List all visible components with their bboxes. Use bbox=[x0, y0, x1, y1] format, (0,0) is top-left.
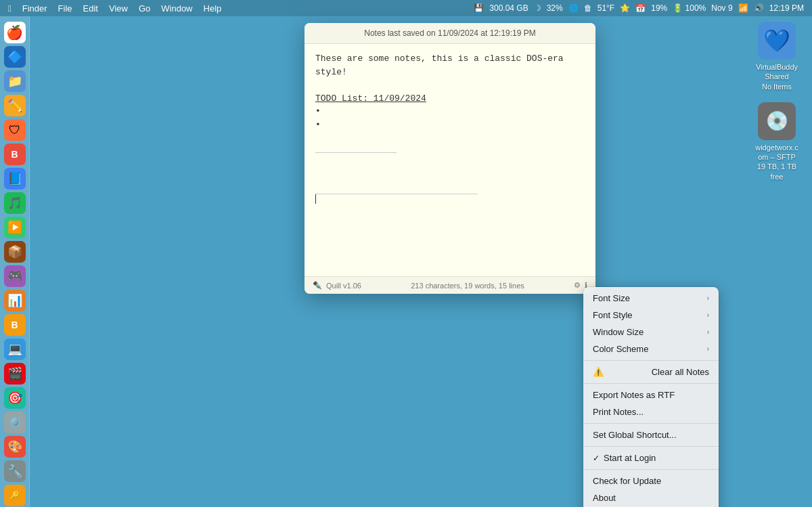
wifi-icon: 📶 bbox=[738, 3, 748, 13]
font-style-label: Font Style bbox=[593, 310, 633, 320]
time-label: 12:19 PM bbox=[769, 3, 804, 13]
note-line-3: TODO List: 11/09/2024 bbox=[315, 92, 585, 106]
trash-icon: 🗑 bbox=[584, 3, 592, 13]
separator-4 bbox=[583, 446, 719, 447]
desktop-icon-sftp[interactable]: 💿 widgetworx.com – SFTP19 TB, 1 TB free bbox=[750, 102, 804, 181]
warning-icon: ⚠️ bbox=[593, 367, 604, 377]
separator-5 bbox=[583, 469, 719, 470]
storage-label: 300.04 GB bbox=[489, 3, 528, 13]
dock-icon-finder[interactable]: 🍎 bbox=[4, 22, 26, 43]
file-menu[interactable]: File bbox=[58, 3, 72, 14]
notes-footer: ✒️ Quill v1.06 213 characters, 19 words,… bbox=[304, 276, 595, 294]
edit-menu[interactable]: Edit bbox=[83, 3, 98, 14]
start-at-login-label: Start at Login bbox=[604, 453, 709, 463]
color-scheme-label: Color Scheme bbox=[593, 344, 648, 354]
sftp-icon: 💿 bbox=[758, 102, 796, 140]
volume-icon: 🔊 bbox=[754, 3, 764, 13]
calendar-icon: 📅 bbox=[635, 3, 646, 13]
font-style-chevron: › bbox=[707, 311, 709, 319]
notes-title: Notes last saved on 11/09/2024 at 12:19:… bbox=[364, 28, 536, 38]
menu-item-about[interactable]: About bbox=[583, 489, 719, 506]
menubar-right: 💾 300.04 GB ☽ 32% 🌐 🗑 51°F ⭐ 📅 19% 🔋 100… bbox=[474, 3, 804, 13]
moon-icon: ☽ bbox=[534, 3, 541, 13]
dock-icon-18[interactable]: 🎨 bbox=[4, 436, 26, 458]
dock-icon-15[interactable]: 🎬 bbox=[4, 363, 26, 384]
dock: 🍎 🔷 📁 ✏️ 🛡 B 📘 🎵 ▶️ 📦 🎮 📊 B 💻 🎬 🎯 ⚙️ 🎨 🔧… bbox=[0, 16, 30, 507]
text-cursor bbox=[315, 194, 316, 204]
quill-app-label: ✒️ bbox=[313, 281, 322, 290]
notes-stats: 213 characters, 19 words, 15 lines bbox=[411, 282, 524, 290]
dock-icon-17[interactable]: ⚙️ bbox=[4, 412, 26, 433]
notes-titlebar: Notes last saved on 11/09/2024 at 12:19:… bbox=[304, 23, 595, 44]
storage-icon: 💾 bbox=[474, 3, 484, 13]
set-shortcut-label: Set Global Shortcut... bbox=[593, 430, 677, 440]
apple-menu[interactable]:  bbox=[8, 3, 12, 14]
temperature: 51°F bbox=[597, 3, 614, 13]
dock-icon-13[interactable]: B bbox=[4, 314, 26, 336]
quill-version: Quill v1.06 bbox=[326, 282, 361, 290]
dock-icon-5[interactable]: 🛡 bbox=[4, 119, 26, 141]
dock-icon-12[interactable]: 📊 bbox=[4, 290, 26, 311]
dock-icon-6[interactable]: B bbox=[4, 144, 26, 165]
dock-icon-9[interactable]: ▶️ bbox=[4, 217, 26, 238]
dock-icon-7[interactable]: 📘 bbox=[4, 168, 26, 190]
menu-item-color-scheme[interactable]: Color Scheme › bbox=[583, 340, 719, 357]
menu-item-window-size[interactable]: Window Size › bbox=[583, 324, 719, 340]
dock-icon-16[interactable]: 🎯 bbox=[4, 387, 26, 409]
menubar:  Finder File Edit View Go Window Help 💾… bbox=[0, 0, 812, 16]
dock-icon-14[interactable]: 💻 bbox=[4, 338, 26, 360]
about-label: About bbox=[593, 493, 616, 503]
window-size-label: Window Size bbox=[593, 327, 644, 337]
notes-footer-left: ✒️ Quill v1.06 bbox=[313, 281, 361, 290]
virtualbuddy-icon: 💙 bbox=[758, 22, 796, 60]
window-menu[interactable]: Window bbox=[161, 3, 192, 14]
dock-icon-2[interactable]: 🔷 bbox=[4, 46, 26, 68]
color-scheme-chevron: › bbox=[707, 345, 709, 353]
dock-icon-4[interactable]: ✏️ bbox=[4, 95, 26, 116]
menubar-left:  Finder File Edit View Go Window Help bbox=[8, 3, 221, 14]
desktop-icon-virtualbuddy[interactable]: 💙 VirtualBuddySharedNo Items bbox=[750, 22, 804, 91]
note-line-5: • bbox=[315, 118, 585, 132]
font-size-label: Font Size bbox=[593, 293, 630, 303]
finder-menu[interactable]: Finder bbox=[22, 3, 47, 14]
dock-icon-10[interactable]: 📦 bbox=[4, 241, 26, 263]
menu-item-print-notes[interactable]: Print Notes... bbox=[583, 403, 719, 420]
dock-icon-8[interactable]: 🎵 bbox=[4, 192, 26, 214]
date-label: Nov 9 bbox=[711, 3, 732, 13]
menu-item-export-rtf[interactable]: Export Notes as RTF bbox=[583, 387, 719, 403]
clear-notes-label: Clear all Notes bbox=[652, 367, 709, 377]
menu-item-font-size[interactable]: Font Size › bbox=[583, 290, 719, 307]
window-size-chevron: › bbox=[707, 328, 709, 336]
menu-item-clear-notes[interactable]: ⚠️ Clear all Notes bbox=[583, 363, 719, 380]
help-menu[interactable]: Help bbox=[204, 3, 222, 14]
dock-icon-11[interactable]: 🎮 bbox=[4, 265, 26, 287]
note-line-4: • bbox=[315, 105, 585, 118]
print-notes-label: Print Notes... bbox=[593, 407, 644, 417]
star-icon: ⭐ bbox=[620, 3, 630, 13]
separator-2 bbox=[583, 383, 719, 384]
separator-1 bbox=[583, 360, 719, 361]
go-menu[interactable]: Go bbox=[139, 3, 150, 14]
font-size-chevron: › bbox=[707, 294, 709, 302]
dock-icon-3[interactable]: 📁 bbox=[4, 70, 26, 92]
sftp-label: widgetworx.com – SFTP19 TB, 1 TB free bbox=[750, 143, 804, 181]
export-rtf-label: Export Notes as RTF bbox=[593, 390, 675, 400]
dock-icon-20[interactable]: 🔑 bbox=[4, 485, 26, 506]
view-menu[interactable]: View bbox=[109, 3, 128, 14]
desktop: 🍎 🔷 📁 ✏️ 🛡 B 📘 🎵 ▶️ 📦 🎮 📊 B 💻 🎬 🎯 ⚙️ 🎨 🔧… bbox=[0, 16, 812, 507]
settings-button[interactable]: ⚙ bbox=[574, 281, 581, 290]
desktop-icons: 💙 VirtualBuddySharedNo Items 💿 widgetwor… bbox=[750, 22, 804, 181]
dock-icon-19[interactable]: 🔧 bbox=[4, 460, 26, 482]
menu-item-start-at-login[interactable]: ✓ Start at Login bbox=[583, 449, 719, 466]
menu-item-check-update[interactable]: Check for Update bbox=[583, 472, 719, 489]
cursor-line bbox=[315, 194, 585, 204]
checkmark-icon: ✓ bbox=[593, 454, 602, 463]
menu-item-set-shortcut[interactable]: Set Global Shortcut... bbox=[583, 426, 719, 443]
separator-3 bbox=[583, 423, 719, 424]
menu-item-font-style[interactable]: Font Style › bbox=[583, 307, 719, 324]
note-line-1: These are some notes, this is a classic … bbox=[315, 52, 585, 79]
battery-icon: 🔋 100% bbox=[673, 3, 706, 13]
check-update-label: Check for Update bbox=[593, 476, 661, 486]
notes-content[interactable]: These are some notes, this is a classic … bbox=[304, 44, 595, 276]
notes-window: Notes last saved on 11/09/2024 at 12:19:… bbox=[304, 23, 595, 294]
